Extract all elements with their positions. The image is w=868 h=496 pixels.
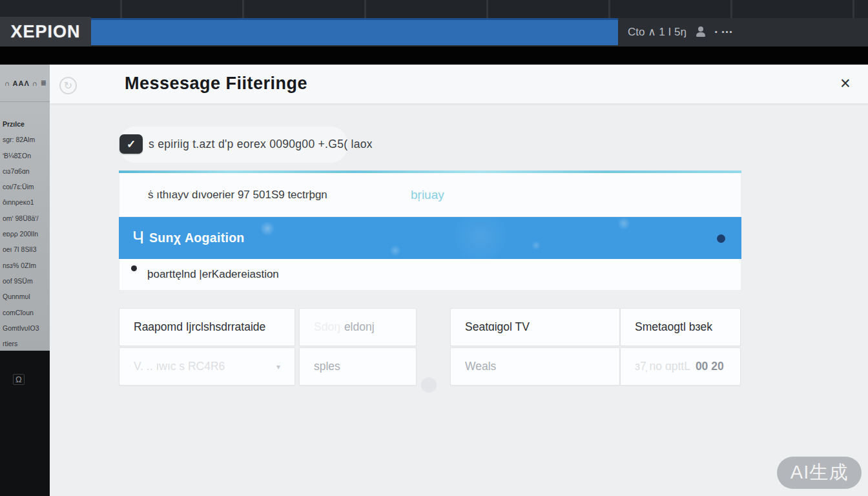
checkbox-label: s epiriig t.azt d'p eorex 0090g00 +.G5( … (149, 138, 373, 151)
bullet-icon (131, 265, 137, 271)
sidebar-item[interactable]: ʹB¼8ΣOn (3, 152, 48, 167)
ai-generated-badge: AI生成 (777, 457, 862, 489)
card-placeholder: sples (300, 360, 340, 373)
selected-item-icon: Ч (132, 228, 144, 248)
topbar-grid-strip (0, 0, 868, 18)
sidebar-header-label: ∩ AAΛ ∩ (5, 79, 38, 87)
checkbox[interactable]: ✓ (119, 134, 143, 154)
chevron-down-icon[interactable]: ▾ (276, 362, 280, 371)
card-option[interactable]: Sdoŋ eldonj (299, 308, 417, 346)
sidebar-item[interactable]: coι/7ɛ:Üim (3, 183, 48, 198)
sidebar-item[interactable]: omʹ 98Ü8äʹ/ (3, 214, 48, 230)
main-panel: ↻ Messesage Fiiteringe × ✓ s epiriig t.a… (50, 65, 868, 496)
list-item-text: ṡ ıthıayv dıvoerier 97 501S9 tectrþgn (148, 189, 327, 202)
app-logo[interactable]: XEPION (0, 17, 91, 46)
list-item-text: þoarttęlnd |erKadereiastion (147, 268, 279, 281)
filter-list: ṡ ıthıayv dıvoerier 97 501S9 tectrþgn bŗ… (119, 170, 741, 291)
card-placeholder: Weals (451, 360, 496, 373)
card-report-type[interactable]: Raapomd Ijrclshsdrrataide (119, 308, 295, 346)
list-item[interactable]: þoarttęlnd |erKadereiastion (119, 259, 741, 291)
drag-handle-dot (421, 377, 437, 393)
checkbox-row: ✓ s epiriig t.azt d'p eorex 0090g00 +.G5… (119, 134, 373, 154)
close-icon[interactable]: × (835, 73, 856, 94)
card-label: Raapomd Ijrclshsdrrataide (119, 320, 265, 334)
refresh-icon[interactable]: ↻ (59, 77, 77, 94)
list-item-selected[interactable]: Ч Sunχ Aogaition (119, 217, 741, 259)
card-label: Seatɑigol TV (451, 320, 530, 334)
panel-header: ↻ Messesage Fiiteringe × (50, 65, 868, 104)
topbar-status-text[interactable]: Cto ∧ 1 I 5ŋ (628, 25, 687, 39)
sidebar-dark-panel: Ω (0, 351, 50, 496)
checkmark-icon: ✓ (127, 138, 136, 151)
sidebar-item[interactable]: ôιnnρeκo1 (3, 198, 48, 214)
sidebar-item[interactable]: comCĩoun (3, 309, 48, 324)
card-label: Smetaogtl bɜek (621, 320, 712, 334)
user-icon[interactable] (696, 26, 706, 37)
selected-item-label: Sunχ Aogaition (149, 231, 245, 245)
card-input[interactable]: sples (299, 347, 417, 386)
sidebar-header: ∩ AAΛ ∩ ≣ (0, 65, 50, 102)
card-value-number: 00 20 (696, 360, 724, 373)
sidebar-item[interactable]: oof 9SÜm (3, 277, 48, 293)
divider-strip (0, 46, 868, 65)
sidebar-item[interactable]: GomtIvυIO3 (3, 324, 48, 340)
topbar-status-area: Cto ∧ 1 I 5ŋ ▪ ▪▪▪ (628, 19, 734, 44)
sidebar-item[interactable]: nsɜ% 0ZIm (3, 262, 48, 277)
top-search-bar[interactable] (91, 18, 618, 45)
card-option[interactable]: Smetaogtl bɜek (620, 308, 741, 346)
page-title: Messesage Fiiteringe (125, 74, 307, 94)
sidebar-item[interactable]: eɒρρ 200lIn (3, 230, 48, 245)
sidebar-item[interactable]: Qunnmυl (3, 293, 48, 308)
sidebar-menu: Przιlce sgr: 82Alm ʹB¼8ΣOn cιɜ7ɑ6ɑn coι/… (0, 102, 50, 355)
card-value[interactable]: ɜ7̦ no ɑpttL 00 20 (620, 347, 741, 386)
topbar-dots[interactable]: ▪ ▪▪▪ (715, 28, 734, 36)
sidebar-item[interactable]: oeι 7I 8SlI3 (3, 245, 48, 261)
app-logo-text: XEPION (10, 22, 80, 42)
sidebar-menu-panel: ∩ AAΛ ∩ ≣ Przιlce sgr: 82Alm ʹB¼8ΣOn cιɜ… (0, 65, 50, 351)
sidebar-item[interactable]: cιɜ7ɑ6ɑn (3, 167, 48, 183)
left-sidebar: ∩ AAΛ ∩ ≣ Przιlce sgr: 82Alm ʹB¼8ΣOn cιɜ… (0, 65, 50, 496)
sidebar-item[interactable]: sgr: 82Alm (3, 136, 48, 151)
selected-item-dot[interactable] (717, 234, 725, 243)
card-input[interactable]: Weals (450, 347, 620, 386)
card-label-ghost: Sdoŋ (300, 320, 340, 334)
list-item[interactable]: ṡ ıthıayv dıvoerier 97 501S9 tectrþgn bŗ… (119, 173, 741, 217)
sidebar-item[interactable]: Przιlce (3, 120, 48, 136)
menu-grid-icon[interactable]: ≣ (41, 79, 46, 87)
card-value-faint: ɜ7̦ no ɑpttL (621, 360, 690, 373)
card-input[interactable]: V. .. ıwıc s RC4R6 ▾ (119, 347, 295, 386)
card-label: eldonj (344, 320, 375, 334)
omega-icon[interactable]: Ω (13, 374, 25, 385)
list-item-link[interactable]: bŗiuay (411, 188, 444, 202)
card-search-type[interactable]: Seatɑigol TV (450, 308, 620, 346)
top-app-bar: XEPION Cto ∧ 1 I 5ŋ ▪ ▪▪▪ (0, 0, 868, 46)
ai-generated-label: AI生成 (790, 460, 848, 486)
card-placeholder: V. .. ıwıc s RC4R6 (119, 360, 225, 373)
